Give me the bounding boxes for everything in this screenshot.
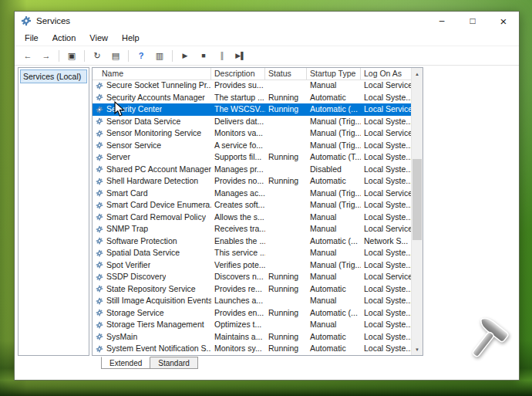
menu-action[interactable]: Action bbox=[45, 30, 83, 46]
service-row[interactable]: SSDP Discovery Discovers n... Running Ma… bbox=[93, 271, 412, 283]
service-status bbox=[265, 80, 307, 92]
properties-glyph: ▥ bbox=[156, 51, 163, 61]
service-status: Running bbox=[265, 271, 307, 283]
service-row[interactable]: System Event Notification S... Monitors … bbox=[93, 343, 412, 355]
close-button[interactable]: × bbox=[488, 12, 519, 30]
service-gear-icon bbox=[96, 344, 104, 353]
service-log-on-as: Local Service bbox=[361, 223, 412, 235]
service-log-on-as: Local Syste... bbox=[361, 151, 412, 164]
show-console-tree-icon[interactable]: ▣ bbox=[62, 48, 81, 63]
service-description: Provides su... bbox=[211, 80, 265, 92]
export-list-icon[interactable]: ▤ bbox=[106, 48, 125, 63]
service-description: Discovers n... bbox=[211, 271, 265, 283]
service-name: Storage Service bbox=[106, 307, 164, 320]
service-startup-type: Automatic (... bbox=[307, 103, 361, 116]
properties-icon[interactable]: ▥ bbox=[150, 48, 169, 63]
service-log-on-as: Local Syste... bbox=[361, 259, 412, 272]
service-startup-type: Manual (Trig... bbox=[307, 140, 361, 152]
restart-service-icon[interactable]: ▶▌ bbox=[231, 48, 250, 63]
pause-service-icon[interactable]: ║ bbox=[213, 48, 231, 63]
service-startup-type: Manual bbox=[307, 247, 361, 259]
service-startup-type: Manual bbox=[307, 271, 361, 283]
refresh-icon[interactable]: ↻ bbox=[88, 48, 106, 63]
service-startup-type: Manual (Trig... bbox=[307, 199, 361, 212]
service-name: Shared PC Account Manager bbox=[106, 164, 211, 176]
service-gear-icon bbox=[96, 165, 104, 174]
service-gear-icon bbox=[96, 201, 104, 209]
service-name: Sensor Service bbox=[106, 140, 161, 152]
service-row[interactable]: Storage Service Provides en... Running A… bbox=[93, 307, 412, 320]
service-gear-icon bbox=[96, 237, 104, 245]
service-row[interactable]: Sensor Data Service Delivers dat... Manu… bbox=[93, 116, 412, 128]
service-row[interactable]: Security Accounts Manager The startup ..… bbox=[93, 92, 412, 104]
column-header-status[interactable]: Status bbox=[265, 68, 307, 80]
service-rows: Secure Socket Tunneling Pr... Provides s… bbox=[93, 80, 412, 355]
forward-icon[interactable]: → bbox=[37, 48, 56, 63]
service-row[interactable]: SNMP Trap Receives tra... Manual Local S… bbox=[93, 223, 412, 235]
service-startup-type: Automatic (... bbox=[307, 307, 361, 320]
tree-node-services-local[interactable]: Services (Local) bbox=[20, 69, 87, 83]
service-status: Running bbox=[265, 307, 307, 320]
console-tree-glyph: ▣ bbox=[68, 51, 76, 61]
service-row[interactable]: Security Center The WSCSV... Running Aut… bbox=[93, 103, 412, 116]
stop-glyph: ■ bbox=[201, 52, 205, 59]
service-gear-icon bbox=[96, 117, 104, 126]
service-startup-type: Automatic (... bbox=[307, 235, 361, 248]
tab-standard[interactable]: Standard bbox=[150, 357, 198, 369]
service-row[interactable]: Sensor Service A service fo... Manual (T… bbox=[93, 140, 412, 152]
menu-help[interactable]: Help bbox=[115, 30, 146, 46]
service-row[interactable]: Software Protection Enables the ... Auto… bbox=[93, 235, 412, 248]
service-startup-type: Manual (Trig... bbox=[307, 259, 361, 272]
service-description: Launches a... bbox=[211, 295, 265, 307]
stop-service-icon[interactable]: ■ bbox=[194, 48, 213, 63]
service-log-on-as: Local Syste... bbox=[361, 343, 412, 355]
column-header-description[interactable]: Description bbox=[211, 68, 265, 80]
service-startup-type: Manual bbox=[307, 212, 361, 224]
scrollbar-thumb[interactable] bbox=[412, 159, 422, 240]
service-row[interactable]: State Repository Service Provides re... … bbox=[93, 283, 412, 296]
service-name: Storage Tiers Management bbox=[106, 319, 204, 331]
column-header-log-on-as[interactable]: Log On As bbox=[361, 68, 411, 80]
minimize-button[interactable]: – bbox=[426, 12, 457, 30]
scroll-down-icon[interactable]: ▼ bbox=[412, 344, 423, 355]
list-header: Name Description Status Startup Type Log… bbox=[93, 68, 423, 80]
service-description: Enables the ... bbox=[211, 235, 265, 248]
service-startup-type: Automatic bbox=[307, 92, 361, 104]
help-icon[interactable]: ? bbox=[132, 48, 150, 63]
start-service-icon[interactable]: ▶ bbox=[176, 48, 194, 63]
service-log-on-as: Local Service bbox=[361, 127, 412, 140]
maximize-button[interactable]: □ bbox=[457, 12, 488, 30]
back-icon[interactable]: ← bbox=[19, 48, 37, 63]
service-status: Running bbox=[265, 175, 307, 188]
service-row[interactable]: Smart Card Removal Policy Allows the s..… bbox=[93, 212, 412, 224]
title-bar[interactable]: Services – □ × bbox=[15, 12, 519, 30]
service-description: A service fo... bbox=[211, 140, 265, 152]
service-log-on-as: Local Service bbox=[361, 80, 412, 92]
vertical-scrollbar[interactable]: ▲ ▼ bbox=[411, 68, 423, 355]
service-row[interactable]: Smart Card Device Enumera... Creates sof… bbox=[93, 199, 412, 212]
service-status bbox=[265, 164, 307, 176]
service-row[interactable]: Spot Verifier Verifies pote... Manual (T… bbox=[93, 259, 412, 272]
service-row[interactable]: Still Image Acquisition Events Launches … bbox=[93, 295, 412, 307]
service-row[interactable]: Server Supports fil... Running Automatic… bbox=[93, 151, 412, 164]
menu-view[interactable]: View bbox=[82, 30, 115, 46]
service-row[interactable]: Sensor Monitoring Service Monitors va...… bbox=[93, 127, 412, 140]
column-header-name[interactable]: Name bbox=[93, 68, 211, 80]
service-description: Monitors sy... bbox=[211, 343, 265, 355]
service-description: Monitors va... bbox=[211, 127, 265, 140]
service-row[interactable]: SysMain Maintains a... Running Automatic… bbox=[93, 331, 412, 344]
service-row[interactable]: Storage Tiers Management Optimizes t... … bbox=[93, 319, 412, 331]
column-header-startup-type[interactable]: Startup Type bbox=[307, 68, 361, 80]
service-row[interactable]: Smart Card Manages ac... Manual (Trig...… bbox=[93, 188, 412, 200]
service-row[interactable]: Shell Hardware Detection Provides no... … bbox=[93, 175, 412, 188]
service-row[interactable]: Spatial Data Service This service ... Ma… bbox=[93, 247, 412, 259]
scroll-up-icon[interactable]: ▲ bbox=[412, 68, 423, 80]
menu-file[interactable]: File bbox=[18, 30, 45, 46]
service-status bbox=[265, 235, 307, 248]
service-description: The startup ... bbox=[211, 92, 265, 104]
service-row[interactable]: Shared PC Account Manager Manages pr... … bbox=[93, 164, 412, 176]
tab-extended[interactable]: Extended bbox=[101, 357, 150, 369]
service-row[interactable]: Secure Socket Tunneling Pr... Provides s… bbox=[93, 80, 412, 92]
service-name: Spot Verifier bbox=[106, 259, 150, 272]
service-status bbox=[265, 212, 307, 224]
